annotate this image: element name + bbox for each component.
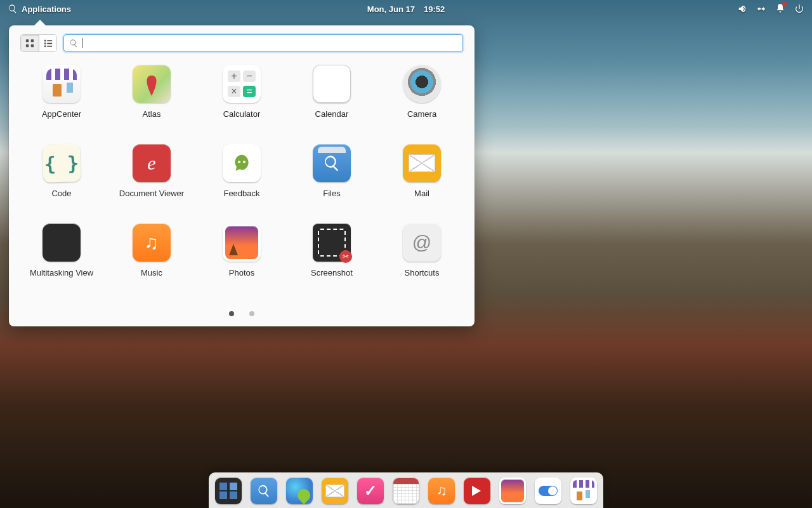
svg-rect-8 (44, 46, 46, 48)
dock-appcenter[interactable] (570, 478, 597, 504)
grid-icon (25, 39, 34, 48)
svg-rect-7 (47, 43, 52, 44)
text-cursor (82, 38, 82, 48)
app-document-viewer[interactable]: e Document Viewer (107, 140, 197, 202)
shortcuts-icon: @ (403, 224, 441, 262)
dock: ♫ (209, 472, 603, 508)
document-viewer-icon: e (133, 144, 171, 182)
app-label: Calculator (223, 109, 261, 119)
applications-label: Applications (22, 4, 71, 14)
app-label: AppCenter (42, 109, 81, 119)
music-icon: ♫ (133, 224, 171, 262)
grid-view-button[interactable] (21, 35, 39, 51)
app-label: Code (51, 189, 71, 198)
app-label: Multitasking View (30, 268, 93, 277)
panel-time[interactable]: 19:52 (424, 4, 445, 14)
app-code[interactable]: { } Code (16, 140, 107, 202)
app-grid: AppCenter Atlas +−×= Calculator Calendar… (9, 58, 475, 284)
search-icon (69, 39, 78, 48)
app-camera[interactable]: Camera (377, 61, 467, 123)
applications-launcher: AppCenter Atlas +−×= Calculator Calendar… (9, 25, 475, 326)
list-icon (44, 39, 53, 48)
app-label: Files (323, 189, 340, 198)
mail-icon (403, 144, 441, 182)
app-label: Feedback (223, 189, 259, 198)
app-calculator[interactable]: +−×= Calculator (197, 61, 287, 123)
power-icon[interactable] (794, 4, 804, 14)
app-label: Mail (414, 189, 429, 198)
app-label: Atlas (143, 109, 161, 119)
search-input[interactable] (86, 39, 457, 48)
panel-date[interactable]: Mon, Jun 17 (367, 4, 415, 14)
app-shortcuts[interactable]: @ Shortcuts (377, 220, 467, 281)
dock-photos[interactable] (499, 478, 526, 504)
atlas-icon (133, 65, 171, 103)
dock-multitasking[interactable] (215, 478, 242, 504)
notifications-icon[interactable] (775, 3, 785, 15)
app-label: Music (141, 268, 162, 277)
search-field[interactable] (63, 34, 463, 52)
photos-icon (223, 224, 261, 262)
app-label: Camera (407, 109, 436, 119)
dock-search[interactable] (251, 478, 277, 504)
svg-rect-1 (31, 39, 34, 42)
dock-videos[interactable] (464, 478, 490, 504)
svg-rect-5 (47, 40, 52, 41)
app-atlas[interactable]: Atlas (107, 61, 197, 123)
svg-rect-6 (44, 43, 46, 44)
multitasking-icon (43, 224, 81, 262)
app-music[interactable]: ♫ Music (107, 220, 197, 281)
dock-tasks[interactable] (357, 478, 384, 504)
svg-rect-0 (26, 39, 29, 42)
svg-rect-2 (26, 44, 29, 47)
calculator-icon: +−×= (223, 65, 261, 103)
app-multitasking[interactable]: Multitasking View (16, 220, 107, 281)
page-dot-2[interactable] (249, 311, 254, 316)
dock-music[interactable]: ♫ (428, 478, 455, 504)
feedback-icon (223, 144, 261, 182)
app-calendar[interactable]: Calendar (287, 61, 377, 123)
page-indicator (9, 311, 475, 316)
svg-rect-9 (47, 46, 52, 47)
app-screenshot[interactable]: Screenshot (287, 220, 377, 281)
top-panel: Applications Mon, Jun 17 19:52 (0, 0, 812, 18)
screenshot-icon (313, 224, 351, 262)
category-view-button[interactable] (39, 35, 56, 51)
app-feedback[interactable]: Feedback (197, 140, 287, 202)
search-icon (8, 4, 18, 14)
appcenter-icon (43, 65, 81, 103)
network-icon[interactable] (756, 4, 766, 14)
app-label: Calendar (315, 109, 349, 119)
app-label: Screenshot (311, 268, 353, 277)
dock-calendar[interactable] (393, 478, 419, 504)
app-photos[interactable]: Photos (197, 220, 287, 281)
view-toggle (20, 34, 57, 52)
files-icon (313, 144, 351, 182)
app-label: Shortcuts (405, 268, 440, 277)
app-label: Photos (229, 268, 254, 277)
code-icon: { } (42, 144, 81, 183)
applications-button[interactable]: Applications (8, 4, 71, 14)
dock-settings[interactable] (535, 478, 561, 504)
app-mail[interactable]: Mail (377, 140, 467, 202)
dock-web[interactable] (286, 478, 313, 504)
dock-mail[interactable] (322, 478, 348, 504)
page-dot-1[interactable] (229, 311, 234, 316)
svg-rect-3 (31, 44, 34, 47)
app-appcenter[interactable]: AppCenter (16, 61, 107, 123)
app-files[interactable]: Files (287, 140, 377, 202)
calendar-icon (313, 65, 351, 103)
camera-icon (403, 65, 441, 103)
svg-rect-4 (44, 40, 46, 42)
volume-icon[interactable] (737, 4, 747, 14)
app-label: Document Viewer (119, 189, 184, 198)
